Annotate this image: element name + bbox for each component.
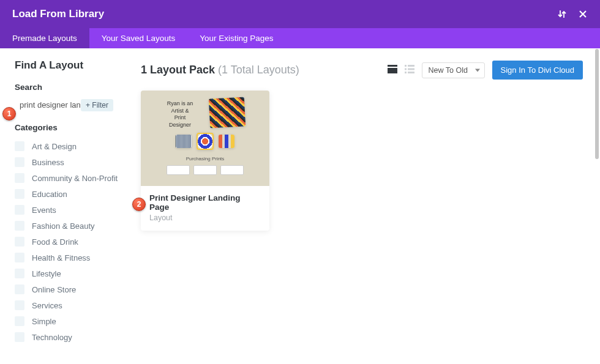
mini-button-icon [220,165,244,175]
category-item[interactable]: Health & Fitness [15,250,122,266]
layout-count: 1 Layout Pack (1 Total Layouts) [141,64,299,76]
card-body: Print Designer Landing Page Layout [141,186,269,231]
category-item[interactable]: Simple [15,313,122,329]
stripes-icon [176,135,192,148]
checkbox-icon[interactable] [15,300,24,310]
checkbox-icon[interactable] [15,173,24,183]
category-item[interactable]: Online Store [15,281,122,297]
thumb-caption: Purchasing Prints [186,156,225,162]
checkbox-icon[interactable] [15,141,24,151]
checkbox-icon[interactable] [15,284,24,294]
svg-rect-0 [388,65,397,67]
thumb-button-row [167,165,244,175]
checkbox-icon[interactable] [15,332,24,342]
tabs: Premade Layouts Your Saved Layouts Your … [0,28,600,48]
layout-card[interactable]: Ryan is an Artist & Print Designer Purch… [141,91,269,231]
sort-arrows-icon[interactable] [557,9,567,19]
modal-title: Load From Library [12,8,104,20]
checkbox-icon[interactable] [15,157,24,167]
category-item[interactable]: Services [15,297,122,313]
annotation-badge-1: 1 [2,107,16,121]
close-icon[interactable] [578,9,588,19]
signin-button[interactable]: Sign In To Divi Cloud [492,61,583,80]
view-toggle [388,65,414,76]
mini-button-icon [193,165,217,175]
search-row: + Filter [15,98,122,112]
svg-rect-6 [405,72,407,73]
card-title: Print Designer Landing Page [149,193,261,212]
tab-existing-pages[interactable]: Your Existing Pages [187,28,285,48]
checkbox-icon[interactable] [15,316,24,326]
grid-view-icon[interactable] [388,65,397,76]
tab-premade-layouts[interactable]: Premade Layouts [0,28,89,48]
category-item[interactable]: Food & Drink [15,234,122,250]
bars-icon [219,135,234,148]
categories-label: Categories [15,123,122,132]
search-input[interactable] [20,98,81,112]
annotation-badge-2: 2 [132,198,146,211]
thumb-shapes [176,133,234,150]
svg-rect-4 [405,68,407,70]
svg-rect-3 [408,65,414,67]
checkbox-icon[interactable] [15,205,24,215]
checkbox-icon[interactable] [15,189,24,199]
category-item[interactable]: Community & Non-Profit [15,170,122,186]
checkbox-icon[interactable] [15,269,24,278]
library-modal: Load From Library Premade Layouts Your S… [0,0,600,364]
mini-button-icon [167,165,190,175]
svg-rect-1 [388,68,397,73]
checkbox-icon[interactable] [15,221,24,231]
svg-rect-7 [408,72,414,73]
category-item[interactable]: Events [15,202,122,218]
main-header: 1 Layout Pack (1 Total Layouts) [141,61,583,80]
main-area: 1 Layout Pack (1 Total Layouts) [129,48,600,364]
category-item[interactable]: Technology [15,329,122,345]
layout-thumbnail: Ryan is an Artist & Print Designer Purch… [141,91,269,186]
category-item[interactable]: Business [15,154,122,170]
category-item[interactable]: Fashion & Beauty [15,218,122,234]
checkbox-icon[interactable] [15,237,24,247]
pattern-icon [209,97,246,128]
search-label: Search [15,83,122,92]
svg-rect-5 [408,68,414,70]
main-actions: New To Old Sign In To Divi Cloud [388,61,583,80]
target-icon [197,133,214,150]
titlebar-actions [557,9,588,19]
sort-select[interactable]: New To Old [422,62,485,78]
svg-rect-2 [405,65,407,67]
category-item[interactable]: Education [15,186,122,202]
filter-chip[interactable]: + Filter [81,99,113,111]
sidebar: Find A Layout Search + Filter Categories… [0,48,129,364]
category-list: Art & Design Business Community & Non-Pr… [15,138,122,345]
titlebar: Load From Library [0,0,600,28]
list-view-icon[interactable] [405,65,414,76]
scrollbar[interactable] [595,49,599,159]
card-subtitle: Layout [149,214,261,222]
category-item[interactable]: Art & Design [15,138,122,154]
sidebar-heading: Find A Layout [15,59,122,72]
checkbox-icon[interactable] [15,253,24,262]
tab-saved-layouts[interactable]: Your Saved Layouts [89,28,187,48]
sort-select-wrap: New To Old [422,62,485,78]
thumb-heading: Ryan is an Artist & Print Designer [165,100,195,129]
category-item[interactable]: Lifestyle [15,266,122,281]
